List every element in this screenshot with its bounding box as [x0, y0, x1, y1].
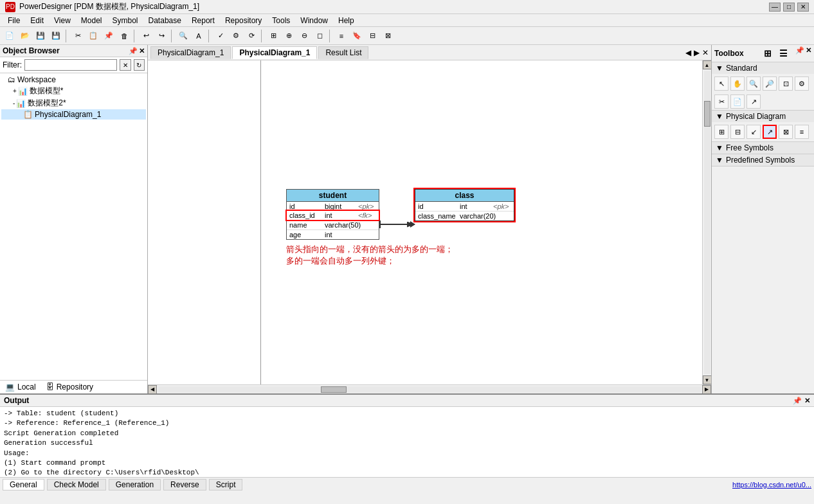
minimize-button[interactable]: —: [769, 3, 781, 12]
toolbox-pin[interactable]: 📌: [795, 46, 804, 60]
tb-save[interactable]: 💾: [33, 29, 48, 43]
tool-link[interactable]: ↗: [746, 94, 761, 109]
scroll-thumb-h[interactable]: [321, 386, 347, 393]
tool-copy[interactable]: 📄: [730, 94, 745, 109]
table-class[interactable]: class id int <pk> class_name varchar(20): [415, 189, 514, 221]
bottom-tab-generation[interactable]: Generation: [109, 479, 161, 491]
bottom-tab-script[interactable]: Script: [209, 479, 243, 491]
tb-layout[interactable]: ⊟: [365, 29, 379, 43]
tree-diagram1[interactable]: 📋 PhysicalDiagram_1: [1, 109, 146, 120]
tool-more1[interactable]: ⊠: [779, 125, 793, 139]
bottom-tab-reverse[interactable]: Reverse: [163, 479, 206, 491]
bottom-tab-general[interactable]: General: [3, 479, 44, 491]
toolbox-list-view[interactable]: ☰: [776, 46, 790, 60]
tool-ref-selected[interactable]: ↗: [763, 125, 777, 139]
diag-tab-0[interactable]: PhysicalDiagram_1: [150, 46, 231, 59]
scroll-up-btn[interactable]: ▲: [703, 60, 712, 69]
toolbox-grid-view[interactable]: ⊞: [761, 46, 775, 60]
filter-input[interactable]: [24, 59, 117, 71]
model2-expand[interactable]: -: [13, 100, 15, 107]
tool-table[interactable]: ⊞: [714, 125, 728, 139]
menu-view[interactable]: View: [49, 15, 76, 26]
scroll-left-btn[interactable]: ◀: [148, 385, 157, 394]
tb-impact[interactable]: A: [192, 29, 206, 43]
tb-check[interactable]: ✓: [213, 29, 228, 43]
tb-save-all[interactable]: 💾: [49, 29, 63, 43]
filter-clear-btn[interactable]: ✕: [120, 59, 131, 71]
output-controls[interactable]: 📌 ✕: [793, 397, 810, 405]
table-student[interactable]: student id bigint <pk> class_id int <fk>: [286, 189, 379, 240]
filter-apply-btn[interactable]: ↻: [134, 59, 145, 71]
toolbox-standard-header[interactable]: ▼ Standard: [712, 62, 814, 74]
window-controls[interactable]: — □ ✕: [769, 3, 809, 12]
tab-controls[interactable]: ◀ ▶ ✕: [685, 48, 709, 57]
tool-cut[interactable]: ✂: [714, 94, 728, 109]
tool-ref-left[interactable]: ↙: [746, 125, 761, 139]
tool-properties[interactable]: ⚙: [795, 76, 809, 91]
ob-pin-icon[interactable]: 📌: [129, 47, 138, 55]
scroll-right-btn[interactable]: ▶: [702, 385, 711, 394]
tool-pointer[interactable]: ↖: [714, 76, 728, 91]
menu-symbol[interactable]: Symbol: [107, 15, 143, 26]
tb-zoom-fit[interactable]: ⊞: [266, 29, 280, 43]
tb-new[interactable]: 📄: [3, 29, 17, 43]
diagram-scrollbar-v[interactable]: ▲ ▼: [702, 60, 711, 384]
toolbox-controls[interactable]: ⊞ ☰ 📌 ✕: [761, 46, 811, 60]
scroll-thumb-v[interactable]: [704, 101, 710, 127]
tab-scroll-left[interactable]: ◀: [685, 48, 691, 57]
tb-generate[interactable]: ⚙: [229, 29, 243, 43]
ob-tab-repository[interactable]: 🗄 Repository: [41, 381, 98, 393]
tb-browse[interactable]: 🔖: [350, 29, 364, 43]
ob-tab-local[interactable]: 💻 Local: [0, 381, 41, 393]
tool-zoom-in[interactable]: 🔍: [746, 76, 761, 91]
menu-window[interactable]: Window: [295, 15, 333, 26]
ob-controls[interactable]: 📌 ✕: [129, 47, 145, 55]
tb-align[interactable]: ⊠: [381, 29, 395, 43]
tab-close-icon[interactable]: ✕: [702, 48, 709, 57]
toolbox-physical-header[interactable]: ▼ Physical Diagram: [712, 111, 814, 122]
close-button[interactable]: ✕: [797, 3, 809, 12]
bottom-status[interactable]: https://blog.csdn.net/u0...: [732, 481, 811, 489]
menu-report[interactable]: Report: [186, 15, 220, 26]
ob-close-icon[interactable]: ✕: [139, 47, 145, 55]
menu-repository[interactable]: Repository: [220, 15, 267, 26]
tree-model2[interactable]: - 📊 数据模型2*: [1, 97, 146, 109]
menu-edit[interactable]: Edit: [25, 15, 49, 26]
tb-zoom-out[interactable]: ⊖: [297, 29, 311, 43]
tree-workspace[interactable]: 🗂 Workspace: [1, 75, 146, 85]
menu-tools[interactable]: Tools: [267, 15, 295, 26]
menu-file[interactable]: File: [3, 15, 25, 26]
tool-zoom-out[interactable]: 🔎: [763, 76, 777, 91]
tree-model1[interactable]: + 📊 数据模型*: [1, 85, 146, 97]
tb-reverse[interactable]: ⟳: [244, 29, 258, 43]
tab-scroll-right[interactable]: ▶: [694, 48, 700, 57]
tb-undo[interactable]: ↩: [139, 29, 153, 43]
tb-zoom-in[interactable]: ⊕: [282, 29, 296, 43]
tb-cut[interactable]: ✂: [71, 29, 85, 43]
diag-tab-result[interactable]: Result List: [318, 46, 368, 59]
tb-delete[interactable]: 🗑: [117, 29, 131, 43]
toolbox-free-header[interactable]: ▼ Free Symbols: [712, 142, 814, 154]
menu-help[interactable]: Help: [333, 15, 359, 26]
tb-find[interactable]: 🔍: [176, 29, 190, 43]
menu-model[interactable]: Model: [76, 15, 107, 26]
tool-hand[interactable]: ✋: [730, 76, 745, 91]
scroll-down-btn[interactable]: ▼: [703, 375, 712, 384]
tb-paste[interactable]: 📌: [102, 29, 116, 43]
diag-tab-1[interactable]: PhysicalDiagram_1: [232, 46, 317, 59]
tb-properties[interactable]: ≡: [334, 29, 348, 43]
tool-zoom-fit[interactable]: ⊡: [779, 76, 793, 91]
toolbox-close[interactable]: ✕: [806, 46, 811, 60]
tb-zoom-page[interactable]: ◻: [312, 29, 327, 43]
tool-view[interactable]: ⊟: [730, 125, 745, 139]
tb-open[interactable]: 📂: [18, 29, 32, 43]
tb-redo[interactable]: ↪: [154, 29, 168, 43]
bottom-tab-checkmodel[interactable]: Check Model: [47, 479, 106, 491]
output-close[interactable]: ✕: [804, 397, 810, 405]
tb-copy[interactable]: 📋: [86, 29, 100, 43]
tool-more2[interactable]: ≡: [795, 125, 809, 139]
output-pin[interactable]: 📌: [793, 397, 802, 405]
model1-expand[interactable]: +: [13, 87, 17, 94]
menu-database[interactable]: Database: [143, 15, 186, 26]
restore-button[interactable]: □: [783, 3, 795, 12]
